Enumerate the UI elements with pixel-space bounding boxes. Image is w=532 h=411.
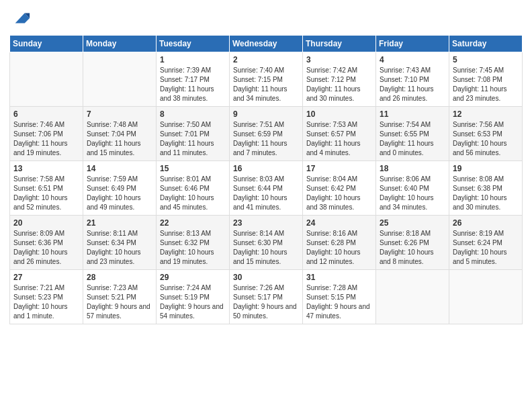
weekday-header-thursday: Thursday bbox=[303, 36, 376, 52]
cell-info: Sunrise: 7:45 AMSunset: 7:08 PMDaylight:… bbox=[453, 66, 519, 103]
cell-info: Sunrise: 7:23 AMSunset: 5:21 PMDaylight:… bbox=[87, 283, 152, 321]
day-number: 21 bbox=[87, 218, 152, 228]
calendar-cell: 17Sunrise: 8:04 AMSunset: 6:42 PMDayligh… bbox=[303, 161, 376, 216]
day-number: 20 bbox=[13, 218, 79, 228]
day-number: 11 bbox=[380, 109, 445, 119]
day-number: 17 bbox=[306, 164, 372, 173]
cell-info: Sunrise: 8:01 AMSunset: 6:46 PMDaylight:… bbox=[160, 175, 226, 212]
header bbox=[9, 7, 523, 30]
weekday-header-row: SundayMondayTuesdayWednesdayThursdayFrid… bbox=[10, 36, 523, 52]
day-number: 24 bbox=[306, 218, 372, 228]
calendar-cell: 31Sunrise: 7:28 AMSunset: 5:15 PMDayligh… bbox=[303, 270, 376, 324]
page: SundayMondayTuesdayWednesdayThursdayFrid… bbox=[0, 0, 532, 411]
calendar-cell: 27Sunrise: 7:21 AMSunset: 5:23 PMDayligh… bbox=[10, 270, 83, 324]
cell-info: Sunrise: 8:19 AMSunset: 6:24 PMDaylight:… bbox=[453, 229, 519, 267]
day-number: 30 bbox=[233, 273, 299, 282]
calendar-cell bbox=[449, 270, 523, 324]
weekday-header-tuesday: Tuesday bbox=[157, 36, 230, 52]
day-number: 15 bbox=[160, 164, 226, 173]
calendar-cell: 13Sunrise: 7:58 AMSunset: 6:51 PMDayligh… bbox=[10, 161, 83, 216]
cell-info: Sunrise: 7:56 AMSunset: 6:53 PMDaylight:… bbox=[453, 120, 519, 158]
cell-info: Sunrise: 7:40 AMSunset: 7:15 PMDaylight:… bbox=[233, 66, 299, 103]
weekday-header-saturday: Saturday bbox=[449, 36, 523, 52]
calendar-cell: 16Sunrise: 8:03 AMSunset: 6:44 PMDayligh… bbox=[230, 161, 303, 216]
calendar-cell: 23Sunrise: 8:14 AMSunset: 6:30 PMDayligh… bbox=[230, 216, 303, 270]
day-number: 25 bbox=[380, 218, 445, 228]
cell-info: Sunrise: 7:48 AMSunset: 7:04 PMDaylight:… bbox=[87, 120, 152, 158]
calendar-cell: 28Sunrise: 7:23 AMSunset: 5:21 PMDayligh… bbox=[83, 270, 157, 324]
day-number: 1 bbox=[160, 55, 226, 64]
cell-info: Sunrise: 8:14 AMSunset: 6:30 PMDaylight:… bbox=[233, 229, 299, 267]
calendar-cell: 8Sunrise: 7:50 AMSunset: 7:01 PMDaylight… bbox=[157, 107, 230, 161]
calendar-cell: 2Sunrise: 7:40 AMSunset: 7:15 PMDaylight… bbox=[230, 52, 303, 107]
calendar-cell: 1Sunrise: 7:39 AMSunset: 7:17 PMDaylight… bbox=[157, 52, 230, 107]
cell-info: Sunrise: 7:28 AMSunset: 5:15 PMDaylight:… bbox=[306, 283, 372, 321]
cell-info: Sunrise: 7:43 AMSunset: 7:10 PMDaylight:… bbox=[380, 66, 445, 103]
cell-info: Sunrise: 8:11 AMSunset: 6:34 PMDaylight:… bbox=[87, 229, 152, 267]
calendar-cell: 6Sunrise: 7:46 AMSunset: 7:06 PMDaylight… bbox=[10, 107, 83, 161]
day-number: 4 bbox=[380, 55, 445, 64]
logo-icon bbox=[12, 9, 31, 28]
cell-info: Sunrise: 7:39 AMSunset: 7:17 PMDaylight:… bbox=[160, 66, 226, 103]
cell-info: Sunrise: 7:21 AMSunset: 5:23 PMDaylight:… bbox=[13, 283, 79, 321]
weekday-header-monday: Monday bbox=[83, 36, 157, 52]
day-number: 26 bbox=[453, 218, 519, 228]
day-number: 23 bbox=[233, 218, 299, 228]
calendar-cell bbox=[83, 52, 157, 107]
cell-info: Sunrise: 8:18 AMSunset: 6:26 PMDaylight:… bbox=[380, 229, 445, 267]
day-number: 18 bbox=[380, 164, 445, 173]
day-number: 3 bbox=[306, 55, 372, 64]
day-number: 2 bbox=[233, 55, 299, 64]
cell-info: Sunrise: 8:16 AMSunset: 6:28 PMDaylight:… bbox=[306, 229, 372, 267]
calendar-cell: 26Sunrise: 8:19 AMSunset: 6:24 PMDayligh… bbox=[449, 216, 523, 270]
cell-info: Sunrise: 8:04 AMSunset: 6:42 PMDaylight:… bbox=[306, 175, 372, 212]
day-number: 29 bbox=[160, 273, 226, 282]
calendar-cell: 20Sunrise: 8:09 AMSunset: 6:36 PMDayligh… bbox=[10, 216, 83, 270]
cell-info: Sunrise: 8:13 AMSunset: 6:32 PMDaylight:… bbox=[160, 229, 226, 267]
cell-info: Sunrise: 8:06 AMSunset: 6:40 PMDaylight:… bbox=[380, 175, 445, 212]
cell-info: Sunrise: 7:24 AMSunset: 5:19 PMDaylight:… bbox=[160, 283, 226, 321]
cell-info: Sunrise: 8:03 AMSunset: 6:44 PMDaylight:… bbox=[233, 175, 299, 212]
calendar-cell: 10Sunrise: 7:53 AMSunset: 6:57 PMDayligh… bbox=[303, 107, 376, 161]
calendar-cell: 3Sunrise: 7:42 AMSunset: 7:12 PMDaylight… bbox=[303, 52, 376, 107]
day-number: 22 bbox=[160, 218, 226, 228]
calendar-week-row: 27Sunrise: 7:21 AMSunset: 5:23 PMDayligh… bbox=[10, 270, 523, 324]
calendar-cell: 29Sunrise: 7:24 AMSunset: 5:19 PMDayligh… bbox=[157, 270, 230, 324]
calendar-cell: 4Sunrise: 7:43 AMSunset: 7:10 PMDaylight… bbox=[376, 52, 449, 107]
calendar-cell: 14Sunrise: 7:59 AMSunset: 6:49 PMDayligh… bbox=[83, 161, 157, 216]
day-number: 19 bbox=[453, 164, 519, 173]
calendar-cell: 18Sunrise: 8:06 AMSunset: 6:40 PMDayligh… bbox=[376, 161, 449, 216]
calendar-week-row: 13Sunrise: 7:58 AMSunset: 6:51 PMDayligh… bbox=[10, 161, 523, 216]
calendar-cell bbox=[10, 52, 83, 107]
calendar-cell: 5Sunrise: 7:45 AMSunset: 7:08 PMDaylight… bbox=[449, 52, 523, 107]
calendar-week-row: 20Sunrise: 8:09 AMSunset: 6:36 PMDayligh… bbox=[10, 216, 523, 270]
day-number: 10 bbox=[306, 109, 372, 119]
calendar-cell: 22Sunrise: 8:13 AMSunset: 6:32 PMDayligh… bbox=[157, 216, 230, 270]
day-number: 9 bbox=[233, 109, 299, 119]
calendar-cell: 19Sunrise: 8:08 AMSunset: 6:38 PMDayligh… bbox=[449, 161, 523, 216]
day-number: 6 bbox=[13, 109, 79, 119]
day-number: 5 bbox=[453, 55, 519, 64]
cell-info: Sunrise: 7:59 AMSunset: 6:49 PMDaylight:… bbox=[87, 175, 152, 212]
calendar-cell: 9Sunrise: 7:51 AMSunset: 6:59 PMDaylight… bbox=[230, 107, 303, 161]
day-number: 8 bbox=[160, 109, 226, 119]
calendar-week-row: 6Sunrise: 7:46 AMSunset: 7:06 PMDaylight… bbox=[10, 107, 523, 161]
calendar-cell: 21Sunrise: 8:11 AMSunset: 6:34 PMDayligh… bbox=[83, 216, 157, 270]
cell-info: Sunrise: 7:26 AMSunset: 5:17 PMDaylight:… bbox=[233, 283, 299, 321]
cell-info: Sunrise: 7:53 AMSunset: 6:57 PMDaylight:… bbox=[306, 120, 372, 158]
day-number: 12 bbox=[453, 109, 519, 119]
cell-info: Sunrise: 7:50 AMSunset: 7:01 PMDaylight:… bbox=[160, 120, 226, 158]
calendar-cell: 12Sunrise: 7:56 AMSunset: 6:53 PMDayligh… bbox=[449, 107, 523, 161]
cell-info: Sunrise: 7:54 AMSunset: 6:55 PMDaylight:… bbox=[380, 120, 445, 158]
weekday-header-friday: Friday bbox=[376, 36, 449, 52]
cell-info: Sunrise: 7:46 AMSunset: 7:06 PMDaylight:… bbox=[13, 120, 79, 158]
calendar-week-row: 1Sunrise: 7:39 AMSunset: 7:17 PMDaylight… bbox=[10, 52, 523, 107]
calendar-table: SundayMondayTuesdayWednesdayThursdayFrid… bbox=[9, 35, 523, 324]
day-number: 16 bbox=[233, 164, 299, 173]
day-number: 7 bbox=[87, 109, 152, 119]
cell-info: Sunrise: 7:42 AMSunset: 7:12 PMDaylight:… bbox=[306, 66, 372, 103]
day-number: 14 bbox=[87, 164, 152, 173]
day-number: 31 bbox=[306, 273, 372, 282]
calendar-cell: 25Sunrise: 8:18 AMSunset: 6:26 PMDayligh… bbox=[376, 216, 449, 270]
day-number: 28 bbox=[87, 273, 152, 282]
